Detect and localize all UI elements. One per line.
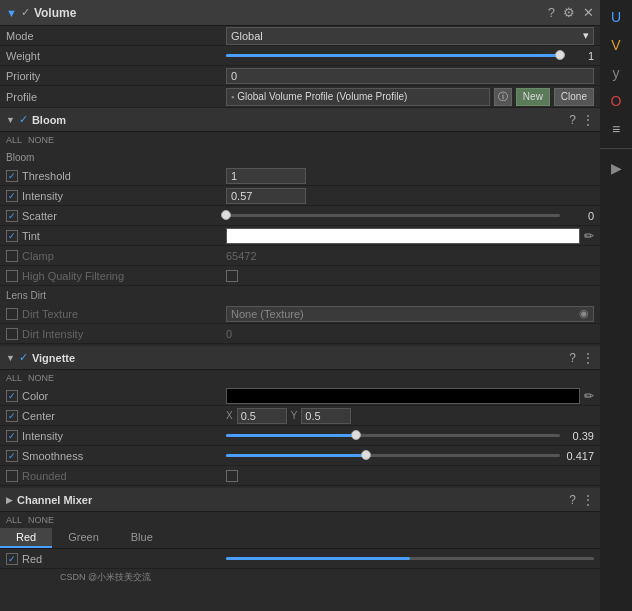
profile-info-btn[interactable]: ⓘ: [494, 88, 512, 106]
channel-red-track[interactable]: [226, 557, 594, 560]
close-icon[interactable]: ✕: [583, 5, 594, 20]
channel-mixer-header[interactable]: ▶ Channel Mixer ? ⋮: [0, 488, 600, 512]
profile-row: Profile ▪ Global Volume Profile (Volume …: [0, 86, 600, 108]
channel-mixer-title: Channel Mixer: [17, 494, 569, 506]
vignette-intensity-row: ✓ Intensity 0.39: [0, 426, 600, 446]
dirt-texture-dropdown[interactable]: None (Texture) ◉: [226, 306, 594, 322]
vignette-help-icon[interactable]: ?: [569, 351, 576, 365]
sidebar-icon-6[interactable]: ▶: [603, 155, 629, 181]
vignette-intensity-track[interactable]: [226, 434, 560, 437]
channel-red-value: [226, 557, 594, 560]
bloom-scatter-row: ✓ Scatter 0: [0, 206, 600, 226]
bloom-check-icon: ✓: [19, 113, 28, 126]
vignette-none-btn[interactable]: NONE: [28, 373, 54, 383]
channel-red-slider: [226, 557, 594, 560]
vignette-center-x-input[interactable]: [237, 408, 287, 424]
bloom-tint-swatch[interactable]: [226, 228, 580, 244]
vignette-intensity-checkbox[interactable]: ✓: [6, 430, 18, 442]
weight-row: Weight 1: [0, 46, 600, 66]
bloom-scatter-thumb[interactable]: [221, 210, 231, 220]
sidebar-icon-2[interactable]: V: [603, 32, 629, 58]
mode-label: Mode: [6, 30, 226, 42]
channel-tab-blue[interactable]: Blue: [115, 528, 169, 548]
dirt-texture-value: None (Texture) ◉: [226, 306, 594, 322]
bloom-section-header[interactable]: ▼ ✓ Bloom ? ⋮: [0, 108, 600, 132]
bloom-scatter-checkbox[interactable]: ✓: [6, 210, 18, 222]
bloom-threshold-label: ✓ Threshold: [6, 170, 226, 182]
bloom-threshold-value: [226, 168, 594, 184]
channel-red-row: ✓ Red: [0, 549, 600, 569]
mode-dropdown[interactable]: Global ▾: [226, 27, 594, 45]
channel-tab-green[interactable]: Green: [52, 528, 115, 548]
dropdown-arrow-icon: ▾: [583, 29, 589, 42]
sidebar-icon-3[interactable]: y: [603, 60, 629, 86]
bloom-none-btn[interactable]: NONE: [28, 135, 54, 145]
bloom-scatter-value: 0: [226, 210, 594, 222]
channel-mixer-none-btn[interactable]: NONE: [28, 515, 54, 525]
vignette-smoothness-thumb[interactable]: [361, 450, 371, 460]
clone-profile-button[interactable]: Clone: [554, 88, 594, 106]
panel-checkbox-icon[interactable]: ✓: [21, 6, 30, 19]
channel-mixer-help-icon[interactable]: ?: [569, 493, 576, 507]
dirt-intensity-value: 0: [226, 328, 594, 340]
priority-input[interactable]: [226, 68, 594, 84]
bloom-clamp-checkbox[interactable]: [6, 250, 18, 262]
dirt-texture-checkbox[interactable]: [6, 308, 18, 320]
vignette-center-xy: X Y: [226, 408, 351, 424]
channel-mixer-more-icon[interactable]: ⋮: [582, 493, 594, 507]
vignette-color-swatch[interactable]: [226, 388, 580, 404]
vignette-smoothness-checkbox[interactable]: ✓: [6, 450, 18, 462]
watermark-bar: CSDN @小米技美交流: [0, 569, 600, 585]
vignette-intensity-label: ✓ Intensity: [6, 430, 226, 442]
mode-row: Mode Global ▾: [0, 26, 600, 46]
vignette-intensity-thumb[interactable]: [351, 430, 361, 440]
lens-dirt-label-row: Lens Dirt: [0, 286, 600, 304]
dirt-intensity-checkbox[interactable]: [6, 328, 18, 340]
bloom-all-none-row: ALL NONE: [0, 132, 600, 148]
bloom-tint-checkbox[interactable]: ✓: [6, 230, 18, 242]
sidebar-divider: [600, 148, 632, 149]
bloom-hq-label: High Quality Filtering: [6, 270, 226, 282]
vignette-section-header[interactable]: ▼ ✓ Vignette ? ⋮: [0, 346, 600, 370]
vignette-color-checkbox[interactable]: ✓: [6, 390, 18, 402]
bloom-intensity-input[interactable]: [226, 188, 306, 204]
sidebar-icon-4[interactable]: O: [603, 88, 629, 114]
weight-slider-track[interactable]: [226, 54, 560, 57]
priority-row: Priority: [0, 66, 600, 86]
bloom-hq-value-checkbox[interactable]: [226, 270, 238, 282]
vignette-rounded-checkbox[interactable]: [6, 470, 18, 482]
bloom-all-btn[interactable]: ALL: [6, 135, 22, 145]
channel-red-checkbox[interactable]: ✓: [6, 553, 18, 565]
vignette-rounded-value-checkbox[interactable]: [226, 470, 238, 482]
new-profile-button[interactable]: New: [516, 88, 550, 106]
bloom-help-icon[interactable]: ?: [569, 113, 576, 127]
bloom-more-icon[interactable]: ⋮: [582, 113, 594, 127]
vignette-intensity-val: 0.39: [564, 430, 594, 442]
profile-file-icon: ▪: [231, 92, 234, 102]
vignette-intensity-value: 0.39: [226, 430, 594, 442]
vignette-color-picker-icon[interactable]: ✏: [584, 389, 594, 403]
bloom-threshold-input[interactable]: [226, 168, 306, 184]
vignette-rounded-row: Rounded: [0, 466, 600, 486]
main-panel: ▼ ✓ Volume ? ⚙ ✕ Mode Global ▾ Weight: [0, 0, 600, 611]
channel-tab-red[interactable]: Red: [0, 528, 52, 548]
vignette-color-label: ✓ Color: [6, 390, 226, 402]
vignette-smoothness-track[interactable]: [226, 454, 560, 457]
help-icon[interactable]: ?: [548, 5, 555, 20]
channel-mixer-all-btn[interactable]: ALL: [6, 515, 22, 525]
vignette-center-y-input[interactable]: [301, 408, 351, 424]
more-icon[interactable]: ⚙: [563, 5, 575, 20]
channel-red-label: ✓ Red: [6, 553, 226, 565]
bloom-scatter-track[interactable]: [226, 214, 560, 217]
sidebar-icon-5[interactable]: ≡: [603, 116, 629, 142]
bloom-threshold-checkbox[interactable]: ✓: [6, 170, 18, 182]
vignette-center-checkbox[interactable]: ✓: [6, 410, 18, 422]
panel-toggle-icon[interactable]: ▼: [6, 7, 17, 19]
vignette-all-btn[interactable]: ALL: [6, 373, 22, 383]
vignette-more-icon[interactable]: ⋮: [582, 351, 594, 365]
color-picker-icon[interactable]: ✏: [584, 229, 594, 243]
sidebar-icon-1[interactable]: U: [603, 4, 629, 30]
bloom-intensity-checkbox[interactable]: ✓: [6, 190, 18, 202]
weight-slider-thumb[interactable]: [555, 50, 565, 60]
bloom-hq-checkbox[interactable]: [6, 270, 18, 282]
